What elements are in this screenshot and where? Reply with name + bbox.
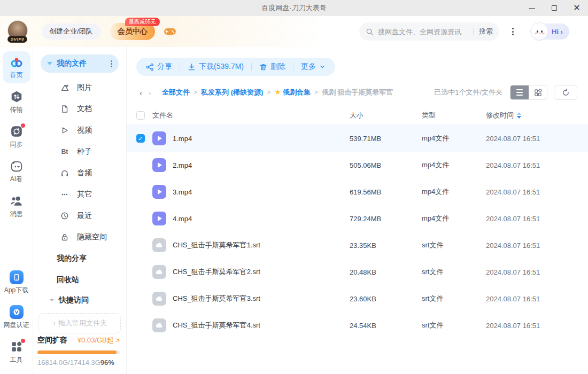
header-more-menu[interactable]: [505, 24, 521, 40]
nav-category-bt[interactable]: Bt种子: [33, 141, 126, 162]
file-size: 23.35KB: [350, 241, 422, 250]
table-header: 文件名 大小 类型 修改时间: [127, 106, 588, 125]
game-center-icon[interactable]: [164, 27, 176, 36]
nav-category-label: 其它: [77, 190, 92, 199]
rail-item-label: AI看: [10, 175, 22, 184]
lock-icon: [60, 233, 69, 241]
rail-item-verify[interactable]: 网盘认证: [3, 301, 30, 333]
share-button[interactable]: 分享: [146, 62, 172, 72]
file-name[interactable]: 1.mp4: [173, 135, 192, 143]
nav-category-other[interactable]: 其它: [33, 184, 126, 205]
nav-category-audio[interactable]: 音频: [33, 162, 126, 184]
nav-links: 我的分享回收站: [33, 248, 126, 291]
column-header-size[interactable]: 大小: [350, 111, 422, 120]
file-name[interactable]: CHS_狙击手斯莫希军官2.srt: [173, 267, 260, 277]
file-type: mp4文件: [422, 134, 486, 143]
file-name[interactable]: 2.mp4: [173, 161, 192, 169]
close-button[interactable]: ✕: [566, 0, 588, 16]
file-name[interactable]: CHS_狙击手斯莫希军官4.srt: [173, 321, 260, 330]
breadcrumb: 全部文件>私发系列 (稀缺资源)>★俄剧合集>俄剧 狙击手斯莫希军官: [162, 88, 434, 97]
column-header-name[interactable]: 文件名: [152, 111, 350, 120]
forward-button[interactable]: ›: [145, 88, 154, 97]
file-row[interactable]: CHS_狙击手斯莫希军官4.srt24.54KBsrt文件2024.08.07 …: [127, 312, 588, 339]
list-view-button[interactable]: [510, 85, 529, 99]
storage-expand-label: 空间扩容: [37, 336, 67, 345]
recent-icon: [60, 212, 69, 220]
nav-category-lock[interactable]: 隐藏空间: [33, 227, 126, 248]
file-row[interactable]: CHS_狙击手斯莫希军官3.srt23.60KBsrt文件2024.08.07 …: [127, 285, 588, 312]
search-input[interactable]: [378, 28, 471, 36]
storage-upgrade-link[interactable]: ¥0.03/GB起 >: [78, 336, 120, 345]
delete-button[interactable]: 删除: [259, 62, 285, 72]
breadcrumb-link[interactable]: 全部文件: [162, 88, 190, 97]
file-row[interactable]: CHS_狙击手斯莫希军官1.srt23.35KBsrt文件2024.08.07 …: [127, 232, 588, 259]
file-name[interactable]: CHS_狙击手斯莫希军官3.srt: [173, 294, 260, 303]
assistant-mascot-icon: [530, 22, 548, 41]
column-header-type[interactable]: 类型: [422, 111, 486, 120]
grid-view-button[interactable]: [529, 85, 547, 99]
search-bar[interactable]: 搜索: [359, 22, 499, 41]
nav-quick-access[interactable]: 快捷访问: [33, 291, 126, 310]
nav-category-image[interactable]: 图片: [33, 77, 126, 98]
rail-item-label: App下载: [4, 286, 28, 295]
discount-badge: 最高减65元: [125, 18, 160, 26]
pin-folder-dropzone[interactable]: + 拖入常用文件夹: [38, 313, 121, 333]
more-button[interactable]: 更多: [301, 62, 326, 72]
row-checkbox-checked[interactable]: ✓: [136, 134, 145, 143]
my-files-label: 我的文件: [57, 59, 111, 68]
back-button[interactable]: ‹: [136, 88, 145, 97]
collapse-triangle-icon: [47, 62, 52, 65]
file-row[interactable]: 3.mp4619.56MBmp4文件2024.08.07 16:51: [127, 178, 588, 205]
file-row[interactable]: ✓1.mp4539.71MBmp4文件2024.08.07 16:51: [127, 125, 588, 152]
notification-dot: [21, 123, 25, 128]
create-team-button[interactable]: 创建企业/团队: [42, 24, 100, 40]
svip-badge: SVIP8: [7, 36, 27, 43]
nav-category-video[interactable]: 视频: [33, 120, 126, 141]
sort-icon[interactable]: [517, 112, 521, 119]
my-files-menu-icon[interactable]: [111, 60, 112, 67]
nav-link[interactable]: 回收站: [33, 269, 126, 291]
subtitle-file-icon: [152, 292, 166, 306]
file-modified: 2024.08.07 16:51: [486, 188, 579, 196]
rail-item-tools[interactable]: 工具: [3, 336, 30, 368]
rail-item-app-download[interactable]: App下载: [3, 267, 30, 298]
file-name[interactable]: 4.mp4: [173, 215, 192, 223]
rail-item-sync[interactable]: 同步: [3, 121, 30, 152]
nav-link[interactable]: 我的分享: [33, 248, 126, 269]
search-button[interactable]: 搜索: [479, 27, 493, 36]
maximize-button[interactable]: [543, 0, 566, 16]
assistant-entry[interactable]: Hi ›: [530, 22, 569, 41]
storage-usage-text: 16814.0G/17414.3G96%: [37, 359, 120, 367]
rail-item-ai-view[interactable]: AI看: [3, 155, 30, 187]
image-icon: [60, 83, 69, 92]
rail-item-transfer[interactable]: 传输: [3, 86, 30, 118]
minimize-button[interactable]: [521, 0, 543, 16]
view-toggle[interactable]: [510, 85, 547, 100]
maximize-icon: [552, 5, 557, 11]
select-all-checkbox[interactable]: [136, 111, 145, 120]
file-row[interactable]: CHS_狙击手斯莫希军官2.srt20.48KBsrt文件2024.08.07 …: [127, 259, 588, 285]
rail-item-label: 消息: [10, 209, 23, 219]
nav-category-label: 最近: [77, 211, 92, 221]
breadcrumb-link[interactable]: 私发系列 (稀缺资源): [201, 88, 263, 97]
rail-item-messages[interactable]: 消息: [3, 190, 30, 222]
minimize-icon: [529, 8, 535, 9]
file-name[interactable]: 3.mp4: [173, 188, 192, 196]
column-header-modified[interactable]: 修改时间: [486, 111, 579, 120]
file-row[interactable]: 2.mp4505.06MBmp4文件2024.08.07 16:51: [127, 152, 588, 178]
download-button[interactable]: 下载(539.7M): [188, 62, 244, 72]
search-divider: [473, 28, 474, 35]
other-icon: [60, 190, 69, 199]
rail-item-home[interactable]: 首页: [3, 51, 30, 83]
nav-my-files[interactable]: 我的文件: [41, 54, 119, 73]
nav-category-recent[interactable]: 最近: [33, 205, 126, 227]
file-row[interactable]: 4.mp4729.24MBmp4文件2024.08.07 16:51: [127, 205, 588, 232]
breadcrumb-link[interactable]: ★俄剧合集: [274, 88, 311, 97]
user-avatar[interactable]: SVIP8: [7, 20, 30, 43]
nav-category-doc[interactable]: 文档: [33, 98, 126, 120]
trash-icon: [259, 63, 267, 71]
video-icon: [60, 126, 69, 135]
file-name[interactable]: CHS_狙击手斯莫希军官1.srt: [173, 240, 260, 250]
refresh-button[interactable]: [554, 85, 577, 100]
file-type: mp4文件: [422, 187, 486, 197]
